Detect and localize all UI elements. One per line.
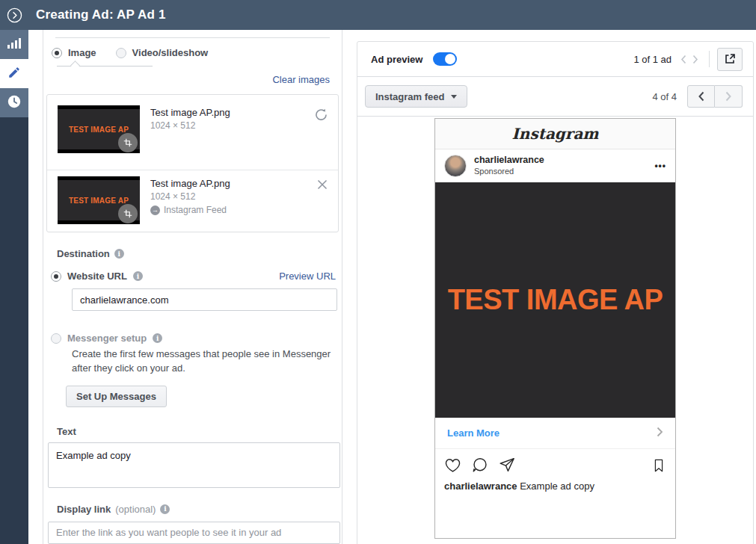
page-title: Creating Ad: AP Ad 1 xyxy=(36,7,166,22)
placement-count-label: 4 of 4 xyxy=(652,91,677,102)
image-dimensions: 1024 × 512 xyxy=(150,120,304,131)
sponsored-label: Sponsored xyxy=(474,167,544,177)
image-placement-label: Instagram Feed xyxy=(164,205,227,215)
chevron-right-icon xyxy=(657,427,663,439)
set-up-messages-button[interactable]: Set Up Messages xyxy=(66,386,167,407)
website-url-radio[interactable] xyxy=(51,271,61,282)
thumbnail-text: TEST IMAGE AP xyxy=(69,126,129,134)
ad-image: TEST IMAGE AP xyxy=(435,182,675,418)
refresh-image-icon[interactable] xyxy=(315,105,328,153)
avatar xyxy=(444,155,467,177)
image-filename: Test image AP.png xyxy=(150,178,307,189)
messenger-label: Messenger setup xyxy=(67,333,147,344)
ad-count-label: 1 of 1 ad xyxy=(633,54,672,65)
ad-setup-panel: Image Video/slideshow Clear images TEST … xyxy=(43,30,342,544)
instagram-username: charlielawrance xyxy=(474,155,544,167)
ad-text-input[interactable]: Example ad copy xyxy=(48,442,340,488)
ad-preview-panel: Ad preview 1 of 1 ad Instagram feed 4 of… xyxy=(357,41,754,544)
messenger-radio[interactable] xyxy=(51,333,61,344)
ad-preview-toggle[interactable] xyxy=(433,52,457,66)
next-ad-icon[interactable] xyxy=(689,55,701,64)
more-options-icon[interactable]: ••• xyxy=(654,161,666,171)
website-url-input[interactable] xyxy=(72,288,337,311)
sidebar-item-history[interactable] xyxy=(0,88,28,117)
thumbnail-text: TEST IMAGE AP xyxy=(69,197,129,205)
learn-more-label: Learn More xyxy=(447,427,500,439)
placement-dropdown-label: Instagram feed xyxy=(375,91,444,102)
image-row: TEST IMAGE AP Test image AP.png 1024 × 5… xyxy=(47,95,338,170)
display-link-label: Display link xyxy=(57,504,111,515)
clock-icon xyxy=(7,95,21,111)
share-icon[interactable] xyxy=(498,457,516,474)
website-url-label: Website URL xyxy=(67,271,127,282)
sidebar xyxy=(0,30,28,544)
info-icon[interactable]: i xyxy=(153,333,162,343)
pencil-icon xyxy=(7,66,21,81)
destination-label: Destination xyxy=(57,248,110,259)
instagram-logo: Instagram xyxy=(512,125,599,143)
previous-ad-icon[interactable] xyxy=(677,55,689,64)
expand-preview-button[interactable] xyxy=(717,48,743,71)
image-row: TEST IMAGE AP Test image AP.png 1024 × 5… xyxy=(47,170,338,232)
video-radio[interactable] xyxy=(116,48,126,58)
info-icon[interactable]: i xyxy=(133,271,143,281)
like-heart-icon[interactable] xyxy=(444,457,461,474)
video-radio-label: Video/slideshow xyxy=(132,47,209,58)
bookmark-icon[interactable] xyxy=(651,457,666,474)
instagram-preview-card: Instagram charlielawrance Sponsored ••• … xyxy=(434,118,676,539)
placement-dropdown[interactable]: Instagram feed xyxy=(365,85,467,108)
image-filename: Test image AP.png xyxy=(150,107,304,118)
text-label: Text xyxy=(57,426,76,437)
preview-url-link[interactable]: Preview URL xyxy=(279,271,336,282)
info-icon[interactable]: i xyxy=(160,504,170,514)
crop-icon[interactable] xyxy=(118,204,138,223)
video-radio-option[interactable]: Video/slideshow xyxy=(116,47,209,58)
caption-text: Example ad copy xyxy=(517,480,594,492)
collapse-panel-icon[interactable] xyxy=(0,7,28,23)
messenger-description: Create the first few messages that peopl… xyxy=(72,347,331,376)
remove-image-icon[interactable] xyxy=(317,176,328,224)
placement-arrow-icon: → xyxy=(150,205,160,215)
chevron-down-icon xyxy=(451,95,457,99)
media-type-selector: Image Video/slideshow xyxy=(52,47,342,58)
uploaded-images-list: TEST IMAGE AP Test image AP.png 1024 × 5… xyxy=(46,94,339,232)
clear-images-link[interactable]: Clear images xyxy=(272,74,330,85)
display-link-input[interactable] xyxy=(48,522,340,544)
divider xyxy=(357,116,753,117)
section-divider xyxy=(55,37,330,38)
image-thumbnail[interactable]: TEST IMAGE AP xyxy=(58,105,140,153)
info-icon[interactable]: i xyxy=(114,249,124,259)
divider xyxy=(709,51,710,67)
image-radio-option[interactable]: Image xyxy=(52,47,96,58)
image-thumbnail[interactable]: TEST IMAGE AP xyxy=(58,176,140,224)
learn-more-cta[interactable]: Learn More xyxy=(435,418,675,449)
next-placement-button[interactable] xyxy=(715,85,743,108)
sidebar-item-performance[interactable] xyxy=(0,30,28,59)
comment-icon[interactable] xyxy=(471,457,488,474)
optional-label: (optional) xyxy=(115,504,156,515)
sidebar-item-edit[interactable] xyxy=(0,59,28,88)
top-bar: Creating Ad: AP Ad 1 xyxy=(0,0,756,30)
tab-notch xyxy=(70,61,80,70)
tab-underline xyxy=(57,66,153,67)
ad-image-text: TEST IMAGE AP xyxy=(448,284,663,316)
ad-preview-label: Ad preview xyxy=(371,54,422,65)
bar-chart-icon xyxy=(7,37,21,52)
crop-icon[interactable] xyxy=(118,133,138,152)
image-radio-label: Image xyxy=(68,47,96,58)
image-dimensions: 1024 × 512 xyxy=(150,191,307,202)
previous-placement-button[interactable] xyxy=(687,85,715,108)
image-radio[interactable] xyxy=(52,48,62,58)
caption-username: charlielawrance xyxy=(444,480,517,492)
